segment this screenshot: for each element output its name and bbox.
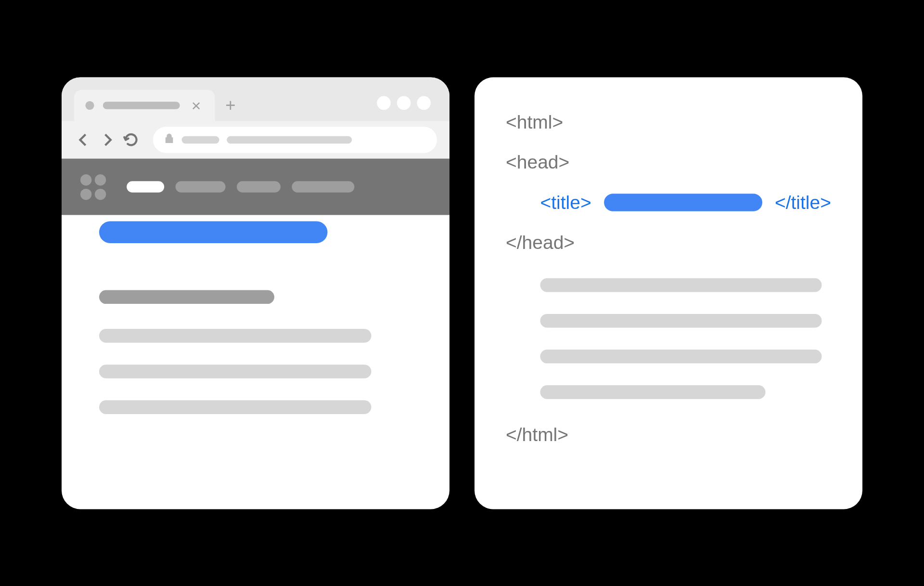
nav-item[interactable] [237, 181, 281, 192]
address-bar[interactable] [153, 127, 437, 153]
url-segment-placeholder [182, 136, 219, 143]
nav-item[interactable] [292, 181, 354, 192]
title-content-placeholder [604, 194, 762, 211]
nav-item[interactable] [176, 181, 226, 192]
html-code-panel: <html> <head> <title> </title> </head> <… [475, 77, 862, 509]
nav-item-active[interactable] [127, 181, 164, 192]
body-line-placeholder [540, 350, 822, 364]
tab-title-placeholder [103, 102, 180, 109]
back-button[interactable] [74, 130, 93, 149]
code-html-open: <html> [506, 112, 831, 133]
code-html-close: </html> [506, 424, 831, 445]
page-subtitle-placeholder [99, 290, 274, 304]
code-head-open: <head> [506, 152, 831, 173]
arrow-left-icon [76, 131, 92, 148]
browser-mockup-panel: × + [62, 77, 449, 509]
arrow-right-icon [99, 131, 116, 148]
url-segment-placeholder [227, 136, 352, 143]
new-tab-button[interactable]: + [221, 96, 240, 115]
site-logo-icon[interactable] [80, 174, 106, 199]
reload-button[interactable] [122, 130, 141, 149]
diagram-container: × + [62, 77, 862, 509]
reload-icon [123, 131, 139, 148]
window-controls [377, 96, 431, 110]
body-line-placeholder [540, 313, 822, 327]
tab-favicon-icon [85, 101, 94, 109]
browser-chrome: × + [62, 77, 449, 190]
code-head-close: </head> [506, 232, 831, 253]
code-title-line: <title> </title> [506, 192, 831, 213]
page-title-placeholder [99, 221, 328, 243]
window-close-icon[interactable] [417, 96, 431, 110]
browser-tab[interactable]: × [74, 90, 215, 121]
forward-button[interactable] [98, 130, 116, 149]
content-line-placeholder [99, 329, 372, 343]
code-body-placeholder [506, 278, 831, 399]
tab-bar: × + [62, 77, 449, 121]
code-title-open-tag: <title> [540, 192, 591, 213]
page-content [62, 190, 449, 467]
close-tab-icon[interactable]: × [189, 98, 204, 113]
content-line-placeholder [99, 365, 372, 378]
lock-icon [164, 133, 174, 147]
browser-toolbar [62, 121, 449, 158]
minimize-icon[interactable] [377, 96, 391, 110]
content-line-placeholder [99, 400, 372, 414]
body-line-placeholder [540, 278, 822, 292]
maximize-icon[interactable] [397, 96, 411, 110]
body-line-placeholder [540, 385, 766, 399]
code-title-close-tag: </title> [775, 192, 831, 213]
